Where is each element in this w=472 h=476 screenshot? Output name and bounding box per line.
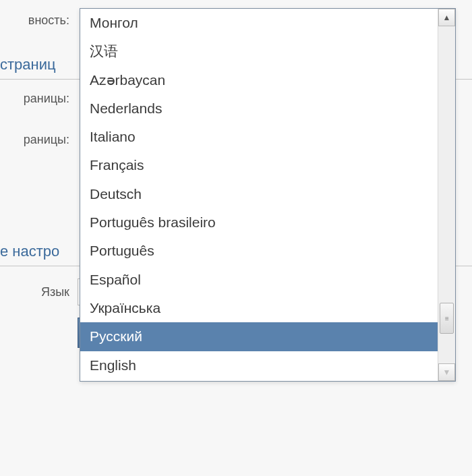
scroll-thumb[interactable]: ≡ — [440, 303, 454, 334]
listbox-option[interactable]: Français — [80, 151, 438, 179]
scroll-up-button[interactable]: ▲ — [438, 9, 455, 26]
language-listbox[interactable]: Монгол汉语AzərbaycanNederlandsItalianoFran… — [80, 8, 456, 382]
scroll-down-button[interactable]: ▼ — [438, 363, 455, 381]
language-label: Язык — [0, 285, 78, 299]
listbox-option[interactable]: Português — [80, 237, 438, 265]
listbox-option[interactable]: Deutsch — [80, 180, 438, 208]
field-label: раницы: — [0, 133, 78, 147]
grip-icon: ≡ — [445, 315, 448, 322]
listbox-option[interactable]: Монгол — [80, 9, 438, 37]
field-label: раницы: — [0, 92, 78, 106]
listbox-option[interactable]: Azərbaycan — [80, 66, 438, 94]
listbox-option[interactable]: Português brasileiro — [80, 208, 438, 237]
scrollbar[interactable]: ▲ ≡ ▼ — [438, 9, 455, 381]
listbox-option[interactable]: Українська — [80, 294, 438, 322]
listbox-option[interactable]: Español — [80, 266, 438, 294]
chevron-up-icon: ▲ — [443, 13, 451, 22]
field-label: вность: — [0, 13, 78, 28]
listbox-option[interactable]: 汉语 — [80, 37, 438, 65]
listbox-option[interactable]: English — [80, 351, 438, 380]
listbox-option[interactable]: Nederlands — [80, 94, 438, 123]
chevron-down-icon: ▼ — [443, 367, 451, 377]
scroll-track[interactable]: ≡ — [438, 26, 455, 363]
listbox-option[interactable]: Italiano — [80, 123, 438, 151]
listbox-option[interactable]: Русский — [80, 322, 438, 351]
